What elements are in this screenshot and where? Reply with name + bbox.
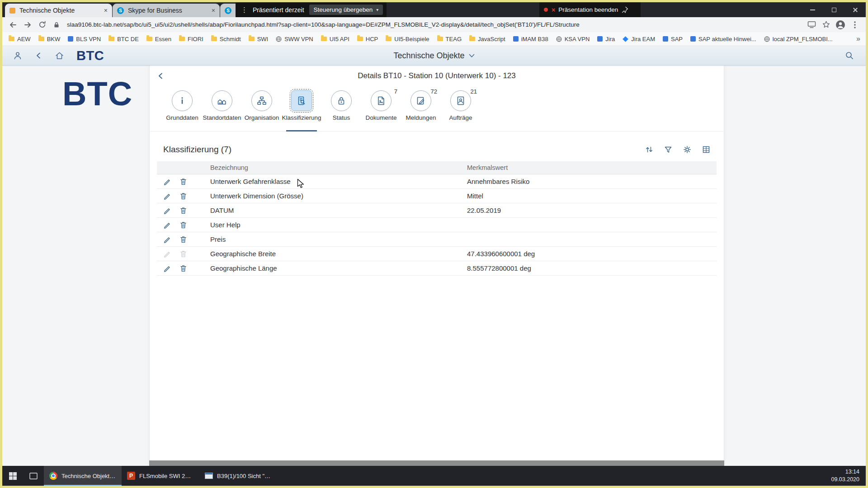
- tab-close-icon[interactable]: ×: [212, 7, 215, 14]
- section-header: Klassifizierung (7): [150, 140, 724, 160]
- window-minimize-button[interactable]: [802, 2, 823, 17]
- detail-back-icon[interactable]: [157, 72, 164, 80]
- delete-trash-icon[interactable]: [179, 221, 187, 229]
- bookmark-item[interactable]: BTC DE: [108, 36, 139, 42]
- pin-icon[interactable]: [622, 6, 628, 13]
- settings-gear-icon[interactable]: [683, 145, 691, 154]
- notifications-icon: [415, 95, 426, 106]
- app-tab[interactable]: Organisation: [242, 86, 282, 131]
- bookmark-label: SAP aktuelle Hinwei...: [698, 36, 756, 42]
- skype-favicon-icon: S: [117, 7, 124, 14]
- edit-pencil-icon[interactable]: [163, 192, 171, 200]
- shell-back-icon[interactable]: [34, 51, 42, 60]
- bookmark-item[interactable]: BLS VPN: [68, 36, 101, 42]
- bookmark-label: TEAG: [446, 36, 462, 42]
- sort-icon[interactable]: [645, 145, 653, 154]
- bookmark-item[interactable]: UI5-Beispiele: [386, 36, 429, 42]
- taskbar-app-label: B39(1)/100 Sicht "Z...: [217, 473, 272, 479]
- bookmark-star-icon[interactable]: [820, 19, 832, 31]
- browser-forward-icon[interactable]: [21, 19, 34, 31]
- start-button[interactable]: [2, 466, 23, 486]
- bookmark-item[interactable]: KSA VPN: [556, 36, 590, 42]
- user-icon[interactable]: [13, 51, 22, 60]
- browser-menu-icon[interactable]: [849, 19, 861, 31]
- edit-pencil-icon[interactable]: [163, 221, 171, 229]
- delete-trash-icon[interactable]: [179, 235, 187, 243]
- bookmark-item[interactable]: FIORI: [179, 36, 203, 42]
- home-icon[interactable]: [55, 51, 64, 60]
- delete-trash-icon[interactable]: [179, 178, 187, 185]
- give-control-button[interactable]: Steuerung übergeben ▾: [309, 5, 383, 15]
- taskbar-app-button[interactable]: Technische Objekte...: [44, 466, 122, 486]
- taskbar-app-button[interactable]: P FLSmobile SWI 201...: [122, 466, 199, 486]
- taskbar-clock[interactable]: 13:14 09.03.2020: [831, 466, 866, 486]
- edit-pencil-icon[interactable]: [163, 235, 171, 243]
- bookmark-item[interactable]: SAP: [663, 36, 683, 42]
- delete-trash-icon[interactable]: [179, 192, 187, 200]
- bookmark-item[interactable]: Essen: [146, 36, 171, 42]
- profile-avatar[interactable]: [834, 19, 847, 31]
- icon-tab-bar: Grunddaten: [150, 86, 724, 131]
- end-presentation-button[interactable]: × Präsentation beenden: [552, 6, 618, 14]
- bookmark-item[interactable]: TEAG: [437, 36, 462, 42]
- export-table-icon[interactable]: [702, 145, 710, 154]
- bookmark-item[interactable]: Jira EAM: [623, 36, 655, 42]
- bookmark-item[interactable]: iMAM B38: [513, 36, 548, 42]
- screen: Technische Objekte × S Skype for Busines…: [0, 0, 868, 488]
- table-row: Preis: [157, 232, 717, 247]
- delete-trash-icon[interactable]: [179, 206, 187, 214]
- browser-tab[interactable]: S Skype for Business ×: [113, 4, 220, 17]
- browser-tab[interactable]: Technische Objekte ×: [5, 4, 112, 17]
- search-icon[interactable]: [845, 51, 854, 60]
- app-tab[interactable]: 21 Aufträge: [441, 86, 481, 131]
- bookmark-item[interactable]: SWW VPN: [276, 36, 313, 42]
- menu-dots-icon[interactable]: ⋮: [241, 6, 248, 14]
- chrome-icon: [49, 472, 57, 480]
- bookmark-item[interactable]: Jira: [597, 36, 615, 42]
- url-text[interactable]: slaa9106.btc-lab.net/sap/bc/ui5_ui5/ui2/…: [67, 21, 803, 28]
- edit-pencil-icon[interactable]: [163, 206, 171, 214]
- bookmark-label: UI5 API: [330, 36, 349, 42]
- window-maximize-button[interactable]: [823, 2, 844, 17]
- bookmark-item[interactable]: BKW: [38, 36, 61, 42]
- shell-app-title[interactable]: Technische Objekte: [393, 51, 474, 61]
- bookmark-label: BLS VPN: [76, 36, 101, 42]
- task-view-button[interactable]: [23, 466, 44, 486]
- window-controls: [802, 2, 866, 17]
- bookmark-item[interactable]: Schmidt: [211, 36, 241, 42]
- edit-pencil-icon[interactable]: [163, 178, 171, 185]
- tab-label: Dokumente: [365, 114, 396, 121]
- share-screen-icon[interactable]: [805, 19, 818, 31]
- window-close-button[interactable]: [844, 2, 866, 17]
- taskbar-app-button[interactable]: B39(1)/100 Sicht "Z...: [199, 466, 277, 486]
- bookmark-label: local ZPM_FLSMOBI...: [773, 36, 833, 42]
- app-tab[interactable]: Klassifizierung: [282, 86, 321, 131]
- presentation-toolbar: ⋮ Präsentiert derzeit Steuerung übergebe…: [236, 2, 387, 17]
- edit-pencil-icon[interactable]: [163, 264, 171, 272]
- bookmark-item[interactable]: local ZPM_FLSMOBI...: [764, 36, 833, 42]
- filter-icon[interactable]: [664, 145, 672, 154]
- app-tab[interactable]: 7 Dokumente: [361, 86, 401, 131]
- column-header-bezeichnung: Bezeichnung: [210, 164, 467, 171]
- bookmark-label: Schmidt: [220, 36, 241, 42]
- bookmarks-overflow-icon[interactable]: »: [853, 35, 860, 43]
- bookmark-item[interactable]: SWI: [249, 36, 269, 42]
- bookmark-item[interactable]: UI5 API: [321, 36, 349, 42]
- bookmark-item[interactable]: AEW: [9, 36, 31, 42]
- tab-close-icon[interactable]: ×: [104, 7, 108, 14]
- edit-pencil-icon[interactable]: [163, 250, 171, 258]
- browser-reload-icon[interactable]: [36, 19, 48, 31]
- browser-back-icon[interactable]: [7, 19, 19, 31]
- bookmark-item[interactable]: HCP: [357, 36, 378, 42]
- https-lock-icon[interactable]: [50, 19, 63, 31]
- tab-icon-circle: [371, 90, 392, 111]
- bookmark-item[interactable]: SAP aktuelle Hinwei...: [690, 36, 756, 42]
- app-tab[interactable]: 72 Meldungen: [401, 86, 441, 131]
- app-tab[interactable]: Grunddaten: [162, 86, 202, 131]
- delete-trash-icon[interactable]: [179, 264, 187, 272]
- bookmark-item[interactable]: JavaScript: [469, 36, 505, 42]
- app-tab[interactable]: Status: [321, 86, 361, 131]
- delete-trash-icon[interactable]: [179, 250, 187, 258]
- app-tab[interactable]: Standortdaten: [202, 86, 242, 131]
- tab-title: Skype for Business: [128, 7, 208, 14]
